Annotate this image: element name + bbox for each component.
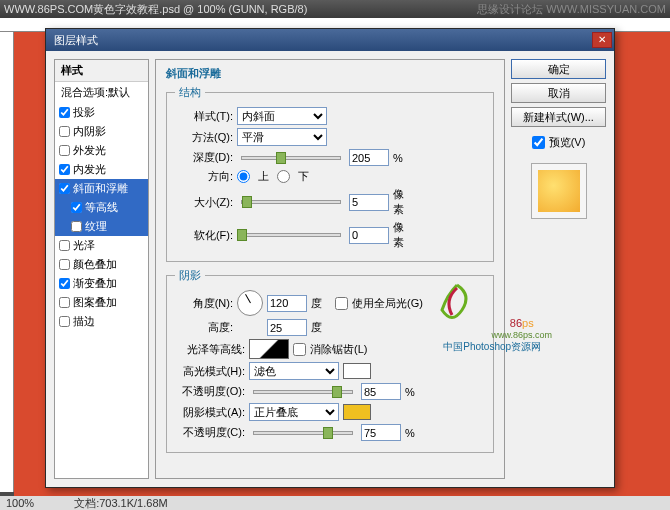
technique-select[interactable]: 平滑 xyxy=(237,128,327,146)
preview-checkbox[interactable] xyxy=(532,136,545,149)
angle-input[interactable] xyxy=(267,295,307,312)
style-checkbox[interactable] xyxy=(59,278,70,289)
doc-title: WWW.86PS.COM黄色字效教程.psd @ 100% (GUNN, RGB… xyxy=(4,0,307,18)
global-light-checkbox[interactable] xyxy=(335,297,348,310)
style-label: 等高线 xyxy=(85,200,118,215)
zoom-level: 100% xyxy=(6,497,34,509)
style-label: 渐变叠加 xyxy=(73,276,117,291)
doc-size: 文档:703.1K/1.68M xyxy=(74,496,168,511)
styles-list: 样式 混合选项:默认 投影内阴影外发光内发光斜面和浮雕等高线纹理光泽颜色叠加渐变… xyxy=(54,59,149,479)
style-item-9[interactable]: 渐变叠加 xyxy=(55,274,148,293)
statusbar: 100% 文档:703.1K/1.68M xyxy=(0,496,670,510)
dialog-titlebar[interactable]: 图层样式 ✕ xyxy=(46,29,614,51)
style-label: 颜色叠加 xyxy=(73,257,117,272)
highlight-opacity-input[interactable] xyxy=(361,383,401,400)
direction-up-radio[interactable] xyxy=(237,170,250,183)
style-item-5[interactable]: 等高线 xyxy=(55,198,148,217)
style-checkbox[interactable] xyxy=(59,164,70,175)
size-input[interactable] xyxy=(349,194,389,211)
close-icon[interactable]: ✕ xyxy=(592,32,612,48)
layer-style-dialog: 图层样式 ✕ 样式 混合选项:默认 投影内阴影外发光内发光斜面和浮雕等高线纹理光… xyxy=(45,28,615,488)
settings-panel: 斜面和浮雕 结构 样式(T): 内斜面 方法(Q): 平滑 深度(D): % xyxy=(155,59,505,479)
style-label: 纹理 xyxy=(85,219,107,234)
app-titlebar: WWW.86PS.COM黄色字效教程.psd @ 100% (GUNN, RGB… xyxy=(0,0,670,18)
blend-options[interactable]: 混合选项:默认 xyxy=(55,82,148,103)
style-label: 描边 xyxy=(73,314,95,329)
highlight-color-swatch[interactable] xyxy=(343,363,371,379)
style-item-2[interactable]: 外发光 xyxy=(55,141,148,160)
style-checkbox[interactable] xyxy=(71,221,82,232)
style-item-6[interactable]: 纹理 xyxy=(55,217,148,236)
highlight-mode-select[interactable]: 滤色 xyxy=(249,362,339,380)
style-item-0[interactable]: 投影 xyxy=(55,103,148,122)
style-item-10[interactable]: 图案叠加 xyxy=(55,293,148,312)
style-checkbox[interactable] xyxy=(59,107,70,118)
style-label: 外发光 xyxy=(73,143,106,158)
ruler-vertical xyxy=(0,32,14,492)
style-item-7[interactable]: 光泽 xyxy=(55,236,148,255)
ok-button[interactable]: 确定 xyxy=(511,59,606,79)
angle-dial[interactable] xyxy=(237,290,263,316)
size-slider[interactable] xyxy=(241,200,341,204)
style-label: 内阴影 xyxy=(73,124,106,139)
depth-input[interactable] xyxy=(349,149,389,166)
style-label: 投影 xyxy=(73,105,95,120)
direction-down-radio[interactable] xyxy=(277,170,290,183)
shadow-opacity-input[interactable] xyxy=(361,424,401,441)
altitude-input[interactable] xyxy=(267,319,307,336)
highlight-opacity-slider[interactable] xyxy=(253,390,353,394)
style-checkbox[interactable] xyxy=(59,259,70,270)
shadow-mode-select[interactable]: 正片叠底 xyxy=(249,403,339,421)
dialog-buttons: 确定 取消 新建样式(W)... 预览(V) xyxy=(511,59,606,479)
new-style-button[interactable]: 新建样式(W)... xyxy=(511,107,606,127)
shadow-color-swatch[interactable] xyxy=(343,404,371,420)
section-title: 斜面和浮雕 xyxy=(166,66,494,81)
style-item-3[interactable]: 内发光 xyxy=(55,160,148,179)
cancel-button[interactable]: 取消 xyxy=(511,83,606,103)
gloss-contour-picker[interactable] xyxy=(249,339,289,359)
style-checkbox[interactable] xyxy=(59,240,70,251)
soften-slider[interactable] xyxy=(241,233,341,237)
style-label: 光泽 xyxy=(73,238,95,253)
styles-header: 样式 xyxy=(55,60,148,82)
style-checkbox[interactable] xyxy=(59,183,70,194)
style-checkbox[interactable] xyxy=(59,297,70,308)
bevel-style-select[interactable]: 内斜面 xyxy=(237,107,327,125)
style-item-1[interactable]: 内阴影 xyxy=(55,122,148,141)
style-label: 图案叠加 xyxy=(73,295,117,310)
style-checkbox[interactable] xyxy=(71,202,82,213)
style-label: 斜面和浮雕 xyxy=(73,181,128,196)
style-checkbox[interactable] xyxy=(59,126,70,137)
shading-group: 阴影 角度(N): 度 使用全局光(G) 高度: 度 光泽等高线: xyxy=(166,268,494,453)
antialias-checkbox[interactable] xyxy=(293,343,306,356)
preview-swatch xyxy=(531,163,587,219)
style-label: 内发光 xyxy=(73,162,106,177)
style-item-11[interactable]: 描边 xyxy=(55,312,148,331)
style-item-4[interactable]: 斜面和浮雕 xyxy=(55,179,148,198)
style-item-8[interactable]: 颜色叠加 xyxy=(55,255,148,274)
structure-group: 结构 样式(T): 内斜面 方法(Q): 平滑 深度(D): % 方向: xyxy=(166,85,494,262)
dialog-title: 图层样式 xyxy=(54,33,98,48)
depth-slider[interactable] xyxy=(241,156,341,160)
style-checkbox[interactable] xyxy=(59,316,70,327)
soften-input[interactable] xyxy=(349,227,389,244)
style-checkbox[interactable] xyxy=(59,145,70,156)
shadow-opacity-slider[interactable] xyxy=(253,431,353,435)
